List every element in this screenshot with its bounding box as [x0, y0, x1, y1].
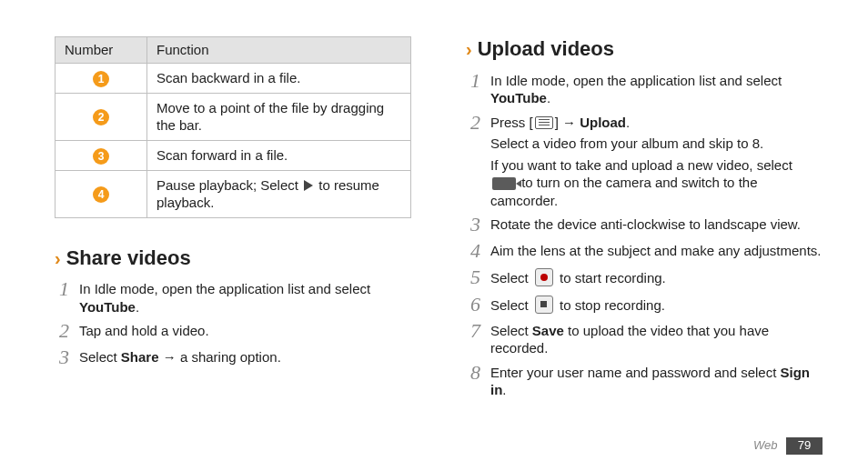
text-fragment: In Idle mode, open the application list … — [490, 73, 782, 88]
list-item: 4 Aim the lens at the subject and make a… — [470, 240, 823, 262]
page-footer: Web 79 — [753, 437, 823, 455]
numbered-circle-4-icon: 4 — [93, 186, 109, 203]
text-fragment: to turn on the camera and switch to the … — [490, 175, 757, 208]
text-bold: YouTube — [490, 90, 547, 105]
text-fragment: In Idle mode, open the application list … — [79, 281, 370, 296]
right-column: ›Upload videos 1 In Idle mode, open the … — [466, 36, 823, 453]
step-number: 5 — [470, 266, 490, 288]
section-title: Share videos — [66, 246, 191, 269]
section-upload-videos: ›Upload videos — [466, 36, 823, 63]
step-body: Tap and hold a video. — [79, 320, 411, 340]
step-number: 2 — [470, 112, 490, 134]
table-row: 4 Pause playback; Select to resume playb… — [56, 170, 411, 217]
step-body: In Idle mode, open the application list … — [79, 278, 411, 316]
section-share-videos: ›Share videos — [55, 246, 411, 272]
list-item: 1 In Idle mode, open the application lis… — [470, 70, 823, 107]
list-item: 1 In Idle mode, open the application lis… — [59, 278, 411, 316]
list-item: 2 Press [] → Upload. Select a video from… — [470, 112, 823, 210]
step-number: 3 — [470, 214, 490, 236]
text-bold: YouTube — [79, 299, 136, 315]
section-title: Upload videos — [478, 37, 614, 60]
step-body: Select Save to upload the video that you… — [490, 320, 823, 357]
step-body: Select Share → a sharing option. — [79, 346, 411, 366]
step-number: 1 — [59, 278, 79, 300]
camcorder-icon — [492, 177, 516, 190]
text-fragment: . — [547, 90, 550, 105]
text-bold: Upload — [580, 115, 626, 130]
text-fragment: . — [626, 115, 630, 130]
list-item: 5 Select to start recording. — [470, 266, 823, 288]
list-item: 8 Enter your user name and password and … — [470, 362, 823, 399]
text-fragment: . — [136, 299, 139, 315]
page-number: 79 — [786, 437, 823, 455]
text-fragment: Select — [79, 349, 121, 365]
text-fragment: If you want to take and upload a new vid… — [490, 156, 823, 210]
list-item: 3 Select Share → a sharing option. — [59, 346, 411, 368]
chevron-icon: › — [466, 39, 472, 59]
text-fragment: to stop recording. — [556, 297, 665, 313]
step-body: Select to stop recording. — [490, 294, 823, 315]
text-fragment: ] → — [555, 115, 580, 130]
text-fragment: Pause playback; Select — [156, 177, 302, 193]
text-fragment: Enter your user name and password and se… — [490, 365, 781, 380]
text-bold: Save — [532, 323, 564, 338]
numbered-circle-2-icon: 2 — [93, 109, 109, 125]
step-body: Aim the lens at the subject and make any… — [490, 240, 823, 260]
list-item: 7 Select Save to upload the video that y… — [470, 320, 823, 357]
func-cell: Move to a point of the file by dragging … — [147, 93, 411, 140]
chevron-icon: › — [55, 248, 61, 268]
step-body: Enter your user name and password and se… — [490, 362, 823, 399]
footer-category: Web — [753, 438, 778, 452]
numbered-circle-3-icon: 3 — [93, 148, 109, 165]
step-body: Rotate the device anti-clockwise to land… — [490, 214, 823, 234]
text-fragment: Press [ — [490, 115, 533, 130]
step-body: In Idle mode, open the application list … — [490, 70, 823, 107]
step-number: 7 — [470, 320, 490, 342]
step-body: Press [] → Upload. Select a video from y… — [490, 112, 823, 210]
text-fragment: Select a video from your album and skip … — [490, 135, 823, 153]
th-function: Function — [147, 37, 411, 64]
text-fragment: Select — [490, 297, 532, 313]
func-cell: Scan forward in a file. — [147, 140, 411, 170]
list-item: 3 Rotate the device anti-clockwise to la… — [470, 214, 823, 236]
func-cell: Scan backward in a file. — [147, 63, 411, 93]
table-row: 2 Move to a point of the file by draggin… — [56, 93, 411, 140]
play-icon — [304, 180, 313, 191]
step-number: 2 — [59, 320, 79, 342]
list-item: 2 Tap and hold a video. — [59, 320, 411, 342]
table-row: 1 Scan backward in a file. — [56, 63, 411, 93]
record-icon — [535, 268, 553, 286]
text-fragment: to start recording. — [556, 270, 666, 286]
table-row: 3 Scan forward in a file. — [56, 140, 411, 170]
page-container: Number Function 1 Scan backward in a fil… — [0, 0, 868, 471]
step-number: 3 — [59, 346, 79, 368]
step-number: 8 — [470, 362, 490, 384]
step-number: 6 — [470, 294, 490, 316]
text-fragment: Select — [490, 270, 532, 286]
list-item: 6 Select to stop recording. — [470, 294, 823, 316]
stop-icon — [535, 296, 553, 314]
text-fragment: → a sharing option. — [159, 349, 281, 365]
menu-icon — [535, 116, 553, 129]
th-number: Number — [56, 37, 147, 64]
step-number: 4 — [470, 240, 490, 262]
numbered-circle-1-icon: 1 — [93, 71, 109, 87]
text-fragment: If you want to take and upload a new vid… — [490, 157, 792, 173]
share-steps: 1 In Idle mode, open the application lis… — [59, 278, 411, 368]
text-bold: Share — [121, 349, 159, 365]
func-cell: Pause playback; Select to resume playbac… — [147, 170, 411, 217]
text-fragment: Select — [490, 323, 532, 338]
function-table: Number Function 1 Scan backward in a fil… — [55, 36, 411, 218]
text-fragment: . — [502, 382, 506, 397]
left-column: Number Function 1 Scan backward in a fil… — [55, 36, 411, 453]
step-number: 1 — [470, 70, 490, 92]
step-body: Select to start recording. — [490, 266, 823, 287]
upload-steps: 1 In Idle mode, open the application lis… — [470, 70, 823, 399]
